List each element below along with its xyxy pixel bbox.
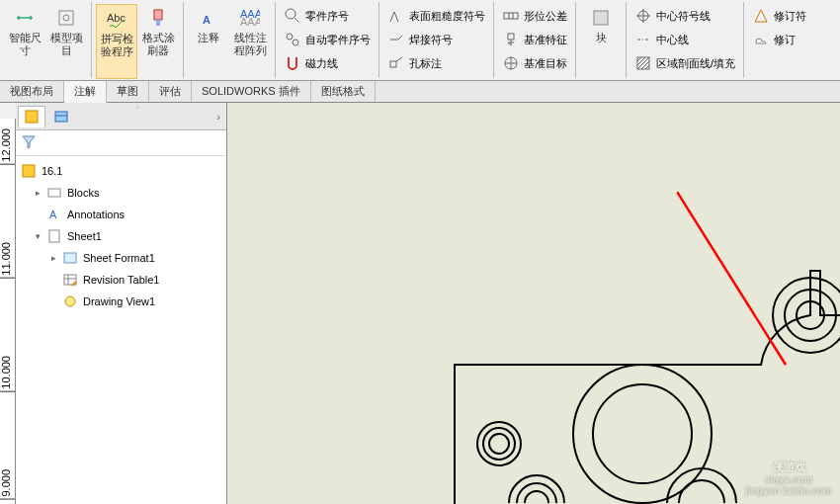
tab-sketch[interactable]: 草图 xyxy=(107,81,149,102)
svg-point-26 xyxy=(65,296,75,306)
auto-balloon-icon xyxy=(284,31,301,48)
model-items-button[interactable]: 模型项目 xyxy=(45,4,87,79)
label: 16.1 xyxy=(42,165,62,177)
label: 表面粗糙度符号 xyxy=(409,9,485,24)
datum-icon xyxy=(502,31,520,48)
label: Sheet Format1 xyxy=(83,252,155,264)
surface-finish-button[interactable]: 表面粗糙度符号 xyxy=(383,4,489,28)
label: Drawing View1 xyxy=(83,295,155,307)
label: 焊接符号 xyxy=(409,33,453,47)
tab-sheet-format[interactable]: 图纸格式 xyxy=(311,81,376,102)
area-hatch-button[interactable]: 区域剖面线/填充 xyxy=(630,51,739,75)
dimension-icon xyxy=(13,6,37,30)
tree-sheet[interactable]: ▾Sheet1 xyxy=(16,225,226,247)
label: 基准特征 xyxy=(524,33,567,47)
weld-symbol-button[interactable]: 焊接符号 xyxy=(383,28,489,51)
table-icon xyxy=(61,271,79,289)
watermark: 侠游戏 xiayx.com jingyan baidu.com xyxy=(745,460,832,496)
ribbon-group-dimensions: 智能尺寸 模型项目 xyxy=(0,2,92,78)
tree-annotations[interactable]: AAnnotations xyxy=(16,204,226,225)
hole-callout-button[interactable]: 孔标注 xyxy=(383,51,489,75)
block-button[interactable]: 块 xyxy=(580,4,622,79)
label: 智能尺寸 xyxy=(6,32,43,57)
svg-rect-18 xyxy=(26,111,38,123)
svg-rect-23 xyxy=(49,230,59,242)
linear-pattern-button[interactable]: AAAAAA 线性注程阵列 xyxy=(229,4,271,79)
label: 线性注程阵列 xyxy=(231,32,269,57)
revision-cloud-button[interactable]: 修订 xyxy=(748,28,810,51)
expand-icon[interactable]: ▸ xyxy=(32,187,43,199)
format-painter-button[interactable]: 格式涂刷器 xyxy=(137,4,179,79)
feature-tree: 16.1 ▸Blocks AAnnotations ▾Sheet1 ▸Sheet… xyxy=(16,156,226,504)
sidebar-chevron-icon[interactable]: › xyxy=(212,111,224,123)
label: 拼写检验程序 xyxy=(99,33,134,58)
centerline-button[interactable]: 中心线 xyxy=(630,28,739,51)
svg-point-34 xyxy=(489,434,509,454)
painter-icon xyxy=(146,6,170,30)
auto-balloon-button[interactable]: 自动零件序号 xyxy=(280,28,375,51)
datum-feature-button[interactable]: 基准特征 xyxy=(498,28,571,51)
label: 中心线 xyxy=(656,33,689,47)
datum-target-button[interactable]: 基准目标 xyxy=(498,51,571,75)
svg-rect-13 xyxy=(508,34,514,40)
ribbon-group-block: 块 xyxy=(576,2,627,78)
tab-annotation[interactable]: 注解 xyxy=(64,81,107,103)
property-tab[interactable] xyxy=(47,106,75,127)
tree-revision-table[interactable]: Revision Table1 xyxy=(16,269,226,291)
tolerance-icon xyxy=(502,7,520,25)
panel-handle-icon: ◦ xyxy=(136,103,144,111)
tree-root[interactable]: 16.1 xyxy=(16,160,226,182)
annotations-icon: A xyxy=(45,206,63,223)
tree-sheet-format[interactable]: ▸Sheet Format1 xyxy=(16,247,226,269)
ribbon-group-format: Abc 拼写检验程序 格式涂刷器 xyxy=(92,2,184,78)
block-icon xyxy=(589,6,613,30)
cloud-icon xyxy=(752,31,770,48)
triangle-icon xyxy=(752,7,770,25)
tab-addins[interactable]: SOLIDWORKS 插件 xyxy=(192,81,311,102)
label: 注释 xyxy=(198,32,219,44)
weld-icon xyxy=(387,31,405,48)
svg-rect-11 xyxy=(390,61,396,67)
expand-icon[interactable]: ▸ xyxy=(47,252,59,264)
feature-tree-tab[interactable] xyxy=(18,106,45,127)
svg-point-10 xyxy=(293,40,298,45)
svg-text:AAA: AAA xyxy=(240,16,260,28)
collapse-icon[interactable]: ▾ xyxy=(32,230,43,242)
vertical-ruler: 12.000 11.000 10.000 9.000 xyxy=(0,119,16,504)
svg-point-33 xyxy=(483,428,515,460)
magnetic-line-button[interactable]: 磁力线 xyxy=(280,51,375,75)
funnel-icon[interactable] xyxy=(22,135,36,151)
svg-rect-12 xyxy=(504,13,518,19)
drawing-canvas[interactable]: 侠游戏 xiayx.com jingyan baidu.com xyxy=(227,103,840,504)
label: 块 xyxy=(596,32,607,44)
spell-check-button[interactable]: Abc 拼写检验程序 xyxy=(96,4,137,79)
svg-point-9 xyxy=(287,34,293,40)
ribbon-group-centerline: 中心符号线 中心线 区域剖面线/填充 xyxy=(627,2,744,78)
watermark-url: xiayx.com xyxy=(745,474,832,485)
label: Annotations xyxy=(67,209,125,220)
balloon-icon xyxy=(284,7,301,25)
label: 模型项目 xyxy=(47,32,85,57)
pattern-icon: AAAAAA xyxy=(238,6,262,30)
tab-view-layout[interactable]: 视图布局 xyxy=(0,81,64,102)
label: 孔标注 xyxy=(409,56,442,71)
geo-tolerance-button[interactable]: 形位公差 xyxy=(498,4,571,28)
svg-text:Abc: Abc xyxy=(107,12,126,24)
revision-symbol-button[interactable]: 修订符 xyxy=(748,4,810,28)
ribbon-group-symbols: 表面粗糙度符号 焊接符号 孔标注 xyxy=(379,2,494,78)
smart-dimension-button[interactable]: 智能尺寸 xyxy=(4,4,45,79)
ruler-tick: 11.000 xyxy=(0,242,15,279)
svg-rect-19 xyxy=(55,112,67,122)
centerline-icon xyxy=(634,31,652,48)
sidebar-tabs: ◦ › xyxy=(16,103,226,130)
tab-evaluate[interactable]: 评估 xyxy=(149,81,192,102)
svg-rect-0 xyxy=(59,11,73,25)
ribbon-toolbar: 智能尺寸 模型项目 Abc 拼写检验程序 格式涂刷器 A 注释 AAAAAA 线… xyxy=(0,0,840,81)
center-mark-button[interactable]: 中心符号线 xyxy=(630,4,739,28)
svg-text:A: A xyxy=(203,14,210,26)
tree-drawing-view[interactable]: Drawing View1 xyxy=(16,291,226,312)
balloon-button[interactable]: 零件序号 xyxy=(280,4,375,28)
tree-blocks[interactable]: ▸Blocks xyxy=(16,182,226,204)
note-button[interactable]: A 注释 xyxy=(188,4,229,79)
label: 格式涂刷器 xyxy=(139,32,177,57)
